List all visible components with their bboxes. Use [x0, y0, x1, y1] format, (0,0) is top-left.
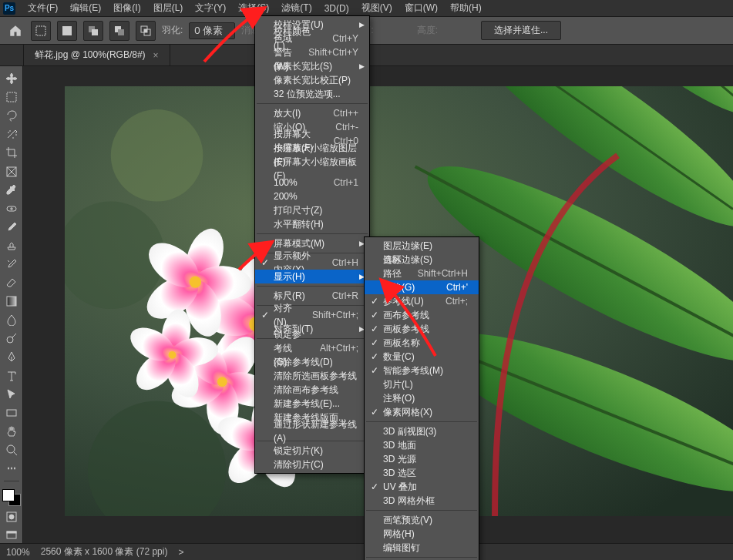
marquee-intersect[interactable] [136, 21, 156, 41]
menu-filter[interactable]: 滤镜(T) [275, 0, 318, 16]
menu-image[interactable]: 图像(I) [107, 0, 146, 16]
view-menu-item[interactable]: 32 位预览选项... [255, 87, 369, 101]
show-submenu-item[interactable]: ✓数量(C) [365, 350, 479, 364]
view-menu-item[interactable]: 打印尺寸(Z) [255, 203, 369, 217]
view-menu-item[interactable]: 清除画布参考线 [255, 383, 369, 397]
marquee-add[interactable] [83, 21, 103, 41]
view-menu-item[interactable]: 锁定切片(K) [255, 444, 369, 458]
quick-mask[interactable] [3, 509, 20, 525]
view-menu-item[interactable]: 像素长宽比校正(P) [255, 73, 369, 87]
view-menu-item[interactable]: 200% [255, 189, 369, 203]
show-submenu-item[interactable]: ✓画板参考线 [365, 322, 479, 336]
show-submenu-item[interactable]: 画笔预览(V) [365, 513, 479, 527]
view-menu-item[interactable]: ✓对齐(N)Shift+Ctrl+; [255, 308, 369, 322]
show-submenu-item[interactable]: 网格(H) [365, 527, 479, 541]
foreground-color[interactable] [2, 489, 15, 501]
hand-tool[interactable] [3, 424, 20, 439]
frame-tool[interactable] [3, 163, 20, 179]
show-submenu-item[interactable]: 切片(L) [365, 377, 479, 391]
dodge-tool[interactable] [3, 330, 20, 346]
view-menu-item[interactable]: 按屏幕大小缩放画板(F) [255, 162, 369, 176]
view-menu-item[interactable]: 锁定参考线(G)Alt+Ctrl+; [255, 341, 369, 355]
select-and-mask-button[interactable]: 选择并遮住... [481, 21, 561, 40]
menu-window[interactable]: 窗口(W) [398, 0, 444, 16]
close-icon[interactable]: × [153, 50, 159, 61]
color-swatches[interactable] [2, 489, 21, 506]
show-submenu-item[interactable]: ✓像素网格(X) [365, 405, 479, 419]
menu-edit[interactable]: 编辑(E) [64, 0, 107, 16]
tool-preset[interactable] [31, 21, 51, 41]
svg-rect-9 [7, 92, 16, 102]
clone-stamp-tool[interactable] [3, 238, 20, 253]
show-submenu-item[interactable]: ✓UV 叠加 [365, 480, 479, 494]
view-menu-item[interactable]: 清除参考线(D) [255, 355, 369, 369]
view-menu-item[interactable]: 显示(H)▶ [255, 270, 369, 283]
info-caret-icon[interactable]: > [178, 547, 183, 558]
edit-toolbar[interactable]: ⋯ [3, 461, 20, 476]
menu-layer[interactable]: 图层(L) [147, 0, 190, 16]
show-submenu-item[interactable]: 3D 地面 [365, 438, 479, 452]
view-menu-item[interactable]: 新建参考线(E)... [255, 397, 369, 411]
zoom-tool[interactable] [3, 442, 20, 458]
show-submenu-item[interactable]: 注释(O) [365, 391, 479, 405]
view-menu-item[interactable]: 色域警告(W)Shift+Ctrl+Y [255, 45, 369, 59]
show-submenu-item[interactable]: ✓画板名称 [365, 336, 479, 350]
view-menu-item[interactable]: 清除切片(C) [255, 458, 369, 471]
zoom-level[interactable]: 100% [6, 547, 30, 558]
rectangle-tool[interactable] [3, 405, 20, 421]
menu-view[interactable]: 视图(V) [355, 0, 398, 16]
type-tool[interactable] [3, 368, 20, 384]
view-menu-item[interactable]: ✓显示额外内容(X)Ctrl+H [255, 256, 369, 270]
show-submenu-item[interactable]: 3D 光源 [365, 452, 479, 466]
view-menu-item[interactable]: 清除所选画板参考线 [255, 369, 369, 383]
blur-tool[interactable] [3, 312, 20, 327]
gradient-tool[interactable] [3, 293, 20, 309]
rectangular-marquee-tool[interactable] [3, 89, 20, 105]
view-menu-item[interactable]: 像素长宽比(S)▶ [255, 59, 369, 73]
checkmark-icon: ✓ [371, 294, 378, 308]
show-submenu-item[interactable]: 选区边缘(S) [365, 253, 479, 267]
healing-brush-tool[interactable] [3, 201, 20, 216]
show-submenu-item[interactable]: 3D 网格外框 [365, 494, 479, 508]
pen-tool[interactable] [3, 349, 20, 364]
feather-input[interactable] [189, 22, 235, 39]
show-submenu-item[interactable]: ✓智能参考线(M) [365, 364, 479, 377]
view-menu-item[interactable]: 标尺(R)Ctrl+R [255, 289, 369, 303]
menu-3d[interactable]: 3D(D) [318, 2, 355, 15]
view-menu-item[interactable]: 校样颜色(L)Ctrl+Y [255, 32, 369, 45]
svg-rect-8 [144, 29, 147, 32]
menu-file[interactable]: 文件(F) [22, 0, 64, 16]
lasso-tool[interactable] [3, 108, 20, 123]
view-menu-item[interactable]: 100%Ctrl+1 [255, 176, 369, 189]
path-selection-tool[interactable] [3, 387, 20, 402]
menu-type[interactable]: 文字(Y) [189, 0, 232, 16]
show-submenu-item[interactable]: 图层边缘(E) [365, 239, 479, 253]
home-icon[interactable] [6, 22, 25, 40]
show-submenu-item[interactable]: 编辑图钉 [365, 541, 479, 555]
eraser-tool[interactable] [3, 275, 20, 290]
eyedropper-tool[interactable] [3, 183, 20, 198]
menu-help[interactable]: 帮助(H) [444, 0, 488, 16]
marquee-new[interactable] [57, 21, 77, 41]
move-tool[interactable] [3, 71, 20, 86]
view-menu-item[interactable]: 通过形状新建参考线(A) [255, 424, 369, 438]
view-menu-item[interactable]: 对齐到(T)▶ [255, 322, 369, 336]
show-submenu-item[interactable]: ✓画布参考线 [365, 308, 479, 322]
history-brush-tool[interactable] [3, 257, 20, 272]
show-submenu-item[interactable]: ✓参考线(U)Ctrl+; [365, 294, 479, 308]
screen-mode[interactable] [3, 528, 20, 543]
document-tab[interactable]: 鲜花.jpg @ 100%(RGB/8#) × [23, 44, 170, 65]
view-menu-separator [257, 286, 368, 287]
show-submenu-item[interactable]: 3D 选区 [365, 466, 479, 480]
brush-tool[interactable] [3, 220, 20, 235]
crop-tool[interactable] [3, 145, 20, 160]
view-menu-item[interactable]: 放大(I)Ctrl++ [255, 106, 369, 120]
show-submenu-item[interactable]: 目标路径(P)Shift+Ctrl+H [365, 267, 479, 280]
show-submenu-item[interactable]: 3D 副视图(3) [365, 424, 479, 438]
show-submenu-item[interactable]: 网格(G)Ctrl+' [365, 280, 479, 294]
menu-select[interactable]: 选择(S) [232, 0, 275, 16]
view-menu-item[interactable]: 水平翻转(H) [255, 217, 369, 231]
magic-wand-tool[interactable] [3, 126, 20, 142]
menu-item-label: 像素网格(X) [383, 405, 432, 419]
marquee-subtract[interactable] [109, 21, 129, 41]
